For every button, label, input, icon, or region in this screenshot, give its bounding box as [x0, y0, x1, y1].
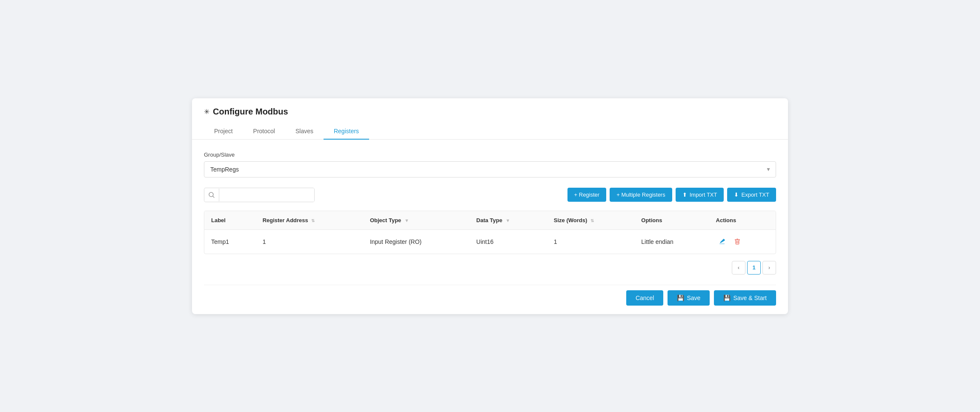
table-row: Temp1 1 Input Register (RO) Uint16 1	[204, 229, 776, 254]
cell-actions	[709, 229, 776, 254]
sort-icon-size-words[interactable]: ⇅	[590, 218, 594, 223]
col-data-type: Data Type ▼	[470, 211, 547, 230]
tab-registers[interactable]: Registers	[324, 123, 369, 140]
registers-table-container: Label Register Address ⇅ Object Type ▼ D…	[204, 211, 776, 254]
header: ✳ Configure Modbus Project Protocol Slav…	[192, 98, 788, 140]
download-icon: ⬇	[734, 192, 739, 198]
action-icons	[716, 236, 769, 248]
tabs: Project Protocol Slaves Registers	[204, 123, 776, 139]
tab-protocol[interactable]: Protocol	[243, 123, 285, 140]
save-icon: 💾	[677, 295, 684, 301]
import-txt-button[interactable]: ⬆ Import TXT	[676, 188, 724, 202]
next-page-button[interactable]: ›	[762, 261, 776, 275]
col-object-type: Object Type ▼	[363, 211, 470, 230]
pagination: ‹ 1 ›	[204, 261, 776, 275]
tab-project[interactable]: Project	[204, 123, 243, 140]
cancel-button[interactable]: Cancel	[626, 290, 664, 306]
cell-data-type: Uint16	[470, 229, 547, 254]
filter-icon-data-type[interactable]: ▼	[506, 218, 510, 223]
group-slave-select[interactable]: TempRegs	[204, 161, 776, 177]
save-button[interactable]: 💾 Save	[668, 290, 710, 306]
action-buttons: + Register + Multiple Registers ⬆ Import…	[567, 188, 776, 202]
registers-table: Label Register Address ⇅ Object Type ▼ D…	[204, 211, 776, 254]
search-input[interactable]	[219, 188, 314, 202]
footer: Cancel 💾 Save 💾 Save & Start	[204, 285, 776, 306]
cell-object-type: Input Register (RO)	[363, 229, 470, 254]
toolbar: + Register + Multiple Registers ⬆ Import…	[204, 188, 776, 202]
col-register-address: Register Address ⇅	[256, 211, 363, 230]
cell-size-words: 1	[547, 229, 635, 254]
title-row: ✳ Configure Modbus	[204, 107, 776, 117]
cell-options: Little endian	[634, 229, 709, 254]
page-1-button[interactable]: 1	[747, 261, 761, 275]
table-header-row: Label Register Address ⇅ Object Type ▼ D…	[204, 211, 776, 230]
prev-page-button[interactable]: ‹	[732, 261, 745, 275]
add-register-button[interactable]: + Register	[567, 188, 607, 202]
filter-icon-object-type[interactable]: ▼	[404, 218, 409, 223]
sort-icon-register-address[interactable]: ⇅	[311, 218, 315, 223]
search-box	[204, 188, 315, 202]
tab-slaves[interactable]: Slaves	[285, 123, 324, 140]
delete-button[interactable]	[731, 236, 743, 248]
upload-icon: ⬆	[682, 192, 687, 198]
group-slave-select-wrapper: TempRegs ▼	[204, 161, 776, 177]
cell-label: Temp1	[204, 229, 256, 254]
group-slave-label: Group/Slave	[204, 152, 776, 158]
page-title: Configure Modbus	[213, 107, 288, 117]
snowflake-icon: ✳	[204, 108, 209, 116]
col-actions: Actions	[709, 211, 776, 230]
svg-line-1	[213, 196, 214, 197]
export-txt-button[interactable]: ⬇ Export TXT	[727, 188, 776, 202]
body: Group/Slave TempRegs ▼ + Register + Mult…	[192, 140, 788, 314]
search-icon	[204, 189, 219, 201]
col-size-words: Size (Words) ⇅	[547, 211, 635, 230]
edit-button[interactable]	[716, 236, 728, 248]
save-start-icon: 💾	[723, 295, 731, 301]
col-options: Options	[634, 211, 709, 230]
main-card: ✳ Configure Modbus Project Protocol Slav…	[192, 98, 788, 314]
add-multiple-registers-button[interactable]: + Multiple Registers	[610, 188, 672, 202]
col-label: Label	[204, 211, 256, 230]
save-start-button[interactable]: 💾 Save & Start	[714, 290, 776, 306]
cell-register-address: 1	[256, 229, 363, 254]
